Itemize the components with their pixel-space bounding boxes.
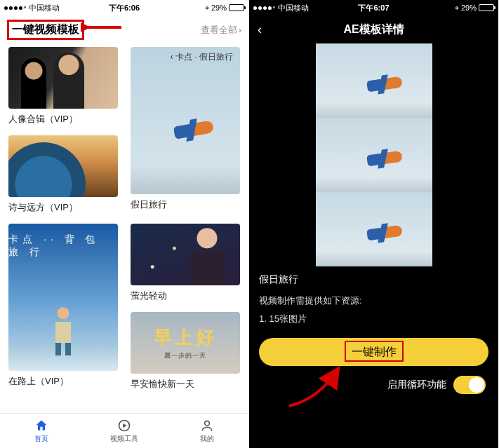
annotation-arrow-left [81, 20, 123, 38]
section-title: 一键视频模板 [7, 20, 84, 40]
view-all-link[interactable]: 查看全部 › [201, 24, 241, 36]
airplane-icon [173, 120, 214, 139]
section-header: 一键视频模板 查看全部 › [0, 15, 248, 47]
chevron-right-icon: › [239, 25, 241, 35]
template-card[interactable]: 卡点 ·· 背 包 旅 行 在路上（VIP） [8, 224, 118, 391]
status-time: 下午6:07 [249, 3, 498, 13]
template-title: 假日旅行 [131, 198, 240, 211]
user-icon [200, 419, 214, 433]
template-preview [316, 43, 432, 266]
preview-frame [316, 43, 432, 118]
tab-label: 首页 [34, 434, 48, 444]
battery-icon [229, 4, 244, 11]
statusbar-right: 中国移动 下午6:07 ⌖ 29% [249, 0, 498, 15]
preview-frame [316, 192, 432, 266]
template-card[interactable]: 早上好 愿一步的一天 早安愉快新一天 [131, 312, 240, 391]
tabbar: 首页 视频工具 我的 [0, 413, 248, 448]
detail-requirement: 1. 15张图片 [259, 313, 488, 325]
person-icon [51, 306, 75, 355]
template-thumb: ‹ 卡点 · 假日旅行 [131, 47, 240, 194]
template-overlay-text: ‹ 卡点 · 假日旅行 [171, 51, 233, 63]
tab-video-tools[interactable]: 视频工具 [83, 414, 166, 448]
template-thumb: 卡点 ·· 背 包 旅 行 [8, 224, 118, 371]
tab-label: 我的 [200, 434, 214, 444]
home-icon [34, 419, 48, 433]
template-card[interactable]: 萤光轻动 [131, 224, 240, 302]
template-overlay-text: 早上好 [154, 325, 217, 350]
loop-label: 启用循环功能 [387, 379, 446, 391]
template-thumb [8, 135, 118, 197]
play-circle-icon [117, 419, 131, 433]
make-button[interactable]: 一键制作 [259, 338, 488, 366]
template-title: 人像合辑（VIP） [8, 113, 118, 125]
template-title: 早安愉快新一天 [131, 378, 240, 391]
template-card[interactable]: 人像合辑（VIP） [8, 47, 118, 125]
template-thumb: 早上好 愿一步的一天 [131, 312, 240, 374]
airplane-icon [366, 225, 403, 241]
battery-icon [479, 4, 494, 11]
preview-frame [316, 118, 432, 192]
detail-block: 假日旅行 视频制作需提供如下资源: 1. 15张图片 [249, 266, 498, 325]
tab-label: 视频工具 [110, 434, 138, 444]
detail-subtitle: 视频制作需提供如下资源: [259, 294, 488, 307]
airplane-icon [366, 151, 403, 167]
detail-title: 假日旅行 [259, 273, 488, 286]
template-card[interactable]: 诗与远方（VIP） [8, 135, 118, 214]
loop-toggle[interactable] [453, 376, 486, 394]
phone-left: 中国移动 下午6:06 ⌖ 29% 一键视频模板 查看全部 › 人像合辑（VIP… [0, 0, 249, 448]
airplane-icon [366, 76, 403, 93]
page-title: AE模板详情 [249, 22, 498, 37]
template-title: 在路上（VIP） [8, 375, 118, 388]
template-card[interactable]: ‹ 卡点 · 假日旅行 假日旅行 [131, 47, 240, 214]
tab-home[interactable]: 首页 [0, 414, 83, 448]
template-title: 诗与远方（VIP） [8, 201, 118, 214]
template-thumb [8, 47, 118, 109]
view-all-label: 查看全部 [201, 24, 237, 36]
svg-point-2 [205, 421, 210, 426]
tab-mine[interactable]: 我的 [166, 414, 248, 448]
template-overlay-sub: 愿一步的一天 [164, 351, 206, 360]
template-grid: 人像合辑（VIP） ‹ 卡点 · 假日旅行 假日旅行 诗与远方（VIP） 卡点 … [0, 47, 248, 393]
status-time: 下午6:06 [0, 3, 248, 13]
annotation-highlight-box [345, 341, 404, 362]
template-thumb [131, 224, 240, 285]
template-overlay-text: 卡点 ·· 背 包 旅 行 [8, 233, 118, 259]
statusbar-left: 中国移动 下午6:06 ⌖ 29% [0, 0, 248, 15]
navbar: ‹ AE模板详情 [249, 15, 498, 43]
template-title: 萤光轻动 [131, 290, 240, 302]
